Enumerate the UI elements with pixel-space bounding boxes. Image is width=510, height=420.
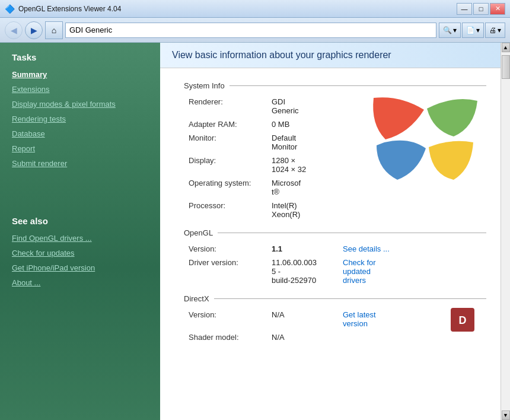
sidebar-divider (0, 171, 160, 183)
toolbar: ◀ ▶ ⌂ 🔍 ▾ 📄 ▾ 🖨 ▾ (0, 18, 510, 43)
system-info-title: System Info (184, 81, 225, 90)
content-title: View basic information about your graphi… (172, 50, 498, 61)
system-info-section: System Info Renderer: GDIGeneric Adapter… (184, 81, 486, 221)
processor-link (338, 199, 486, 221)
sidebar-item-find-drivers[interactable]: Find OpenGL drivers ... (0, 231, 160, 246)
action-dropdown-2: ▾ (498, 26, 501, 34)
search-dropdown-icon: ▾ (453, 26, 457, 34)
tasks-title: Tasks (0, 43, 160, 67)
table-row: Shader model: N/A (184, 330, 486, 344)
see-also-title: See also (0, 206, 160, 231)
gl-version-value: 1.1 (267, 242, 338, 256)
os-value: Microsoft® (267, 176, 338, 199)
toolbar-actions: 🔍 ▾ 📄 ▾ 🖨 ▾ (439, 23, 505, 38)
forward-button[interactable]: ▶ (25, 21, 43, 39)
action-icon-2: 🖨 (489, 26, 496, 34)
windows-logo (368, 92, 480, 193)
content-area: View basic information about your graphi… (160, 43, 510, 420)
adapter-ram-value: 0 MB (267, 117, 338, 131)
action-dropdown-1: ▾ (476, 26, 480, 34)
table-row: Driver version: 11.06.00.0035 -build-252… (184, 256, 486, 287)
back-button[interactable]: ◀ (5, 21, 23, 39)
adapter-ram-label: Adapter RAM: (184, 117, 267, 131)
svg-text:D: D (459, 314, 467, 326)
search-button[interactable]: 🔍 ▾ (439, 23, 461, 38)
action-button-2[interactable]: 🖨 ▾ (485, 23, 505, 38)
sidebar-item-about[interactable]: About ... (0, 275, 160, 290)
maximize-button[interactable]: □ (473, 3, 489, 15)
sidebar-item-iphone-version[interactable]: Get iPhone/iPad version (0, 260, 160, 275)
table-row: Processor: Intel(R)Xeon(R) (184, 199, 486, 221)
system-info-header: System Info (184, 81, 486, 90)
sidebar-divider-2 (0, 183, 160, 195)
table-row: Version: 1.1 See details ... (184, 242, 486, 256)
sidebar-item-summary[interactable]: Summary (0, 67, 160, 82)
gl-version-link[interactable]: See details ... (338, 242, 486, 256)
table-row: Version: N/A Get latestversion (184, 308, 486, 330)
opengl-header: OpenGL (184, 228, 486, 237)
renderer-label: Renderer: (184, 95, 267, 117)
renderer-value: GDIGeneric (267, 95, 338, 117)
directx-title: DirectX (184, 294, 209, 303)
content-header: View basic information about your graphi… (160, 43, 510, 68)
dx-version-value: N/A (267, 308, 338, 330)
directx-section: DirectX Version: N/A Get latestversion S… (184, 294, 486, 344)
gl-driver-value: 11.06.00.0035 -build-252970 (267, 256, 338, 287)
gl-version-label: Version: (184, 242, 267, 256)
scroll-up-button[interactable]: ▲ (502, 43, 510, 52)
action-icon-1: 📄 (466, 26, 475, 34)
directx-header: DirectX (184, 294, 486, 303)
directx-table: Version: N/A Get latestversion Shader mo… (184, 308, 486, 344)
gl-driver-link[interactable]: Check forupdateddrivers (338, 256, 486, 287)
sidebar-item-database[interactable]: Database (0, 126, 160, 141)
titlebar-title: OpenGL Extensions Viewer 4.04 (18, 5, 121, 13)
processor-label: Processor: (184, 199, 267, 221)
titlebar-left: 🔷 OpenGL Extensions Viewer 4.04 (5, 4, 121, 14)
monitor-label: Monitor: (184, 131, 267, 154)
sidebar-item-extensions[interactable]: Extensions (0, 82, 160, 97)
sidebar: Tasks Summary Extensions Display modes &… (0, 43, 160, 420)
app-icon: 🔷 (5, 4, 15, 14)
directx-line (214, 298, 486, 299)
sidebar-item-submit-renderer[interactable]: Submit renderer (0, 156, 160, 171)
scroll-track (502, 52, 510, 411)
opengl-table: Version: 1.1 See details ... Driver vers… (184, 242, 486, 287)
home-button[interactable]: ⌂ (45, 21, 63, 39)
search-icon: 🔍 (443, 26, 452, 34)
display-label: Display: (184, 154, 267, 176)
address-bar[interactable] (65, 23, 436, 38)
sidebar-divider-3 (0, 195, 160, 206)
scrollbar[interactable]: ▲ ▼ (501, 43, 510, 420)
scroll-down-button[interactable]: ▼ (502, 411, 510, 420)
sidebar-item-rendering-tests[interactable]: Rendering tests (0, 112, 160, 126)
system-info-line (230, 85, 486, 86)
opengl-title: OpenGL (184, 228, 213, 237)
dx-shader-label: Shader model: (184, 330, 267, 344)
monitor-value: DefaultMonitor (267, 131, 338, 154)
minimize-button[interactable]: — (457, 3, 472, 15)
scroll-thumb[interactable] (502, 55, 510, 79)
dx-shader-value: N/A (267, 330, 338, 344)
directx-logo: D (448, 305, 477, 336)
titlebar-buttons: — □ ✕ (457, 3, 505, 15)
opengl-line (218, 233, 486, 233)
processor-value: Intel(R)Xeon(R) (267, 199, 338, 221)
close-button[interactable]: ✕ (490, 3, 505, 15)
sidebar-item-report[interactable]: Report (0, 141, 160, 156)
gl-driver-label: Driver version: (184, 256, 267, 287)
os-label: Operating system: (184, 176, 267, 199)
titlebar: 🔷 OpenGL Extensions Viewer 4.04 — □ ✕ (0, 0, 510, 18)
action-button-1[interactable]: 📄 ▾ (462, 23, 484, 38)
opengl-section: OpenGL Version: 1.1 See details ... Driv… (184, 228, 486, 287)
display-value: 1280 ×1024 × 32 (267, 154, 338, 176)
sidebar-item-display-modes[interactable]: Display modes & pixel formats (0, 97, 160, 112)
main-layout: Tasks Summary Extensions Display modes &… (0, 43, 510, 420)
dx-version-label: Version: (184, 308, 267, 330)
sidebar-item-check-updates[interactable]: Check for updates (0, 246, 160, 260)
